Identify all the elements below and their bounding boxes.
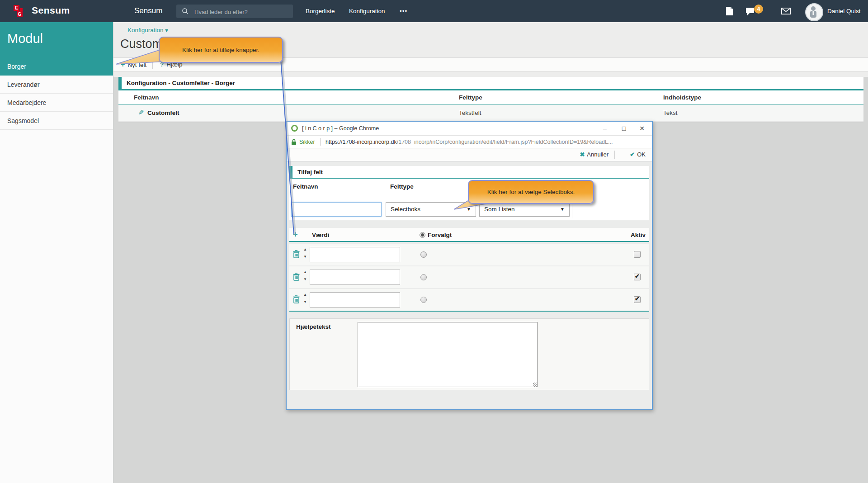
popup-url[interactable]: https://1708-incorp.incorp.dk/1708_incor…: [326, 139, 613, 145]
hjaelpetekst-label: Hjælpetekst: [296, 323, 331, 330]
url-divider: [320, 138, 321, 146]
eg-logo-e: E: [14, 5, 19, 11]
trash-icon[interactable]: [293, 250, 300, 258]
new-field-button[interactable]: +Nyt felt: [121, 58, 146, 71]
forvalgt-radio[interactable]: [420, 274, 427, 280]
incorp-logo-icon: [291, 125, 298, 132]
move-down-icon[interactable]: ▼: [302, 277, 308, 283]
module-sidebar: Modul Borger Leverandør Medarbejdere Sag…: [0, 22, 113, 483]
tooltip-choose-selectbox: Klik her for at vælge Selectboks.: [468, 180, 594, 204]
radio-icon: [420, 232, 425, 238]
felttype-select[interactable]: Selectboks▼: [386, 202, 476, 217]
forvalgt-radio[interactable]: [420, 251, 427, 258]
chat-icon[interactable]: [745, 0, 755, 22]
cell-indholdstype: Tekst: [663, 109, 678, 116]
nav-konfiguration[interactable]: Konfiguration: [349, 0, 385, 22]
aktiv-checkbox[interactable]: [634, 251, 641, 258]
person-icon: [806, 4, 821, 19]
col-feltnavn: Feltnavn: [134, 94, 159, 101]
value-input[interactable]: [310, 292, 400, 308]
secure-label: Sikker: [299, 139, 315, 145]
search-input[interactable]: [193, 5, 290, 19]
global-search[interactable]: [176, 5, 293, 18]
edit-pencil-icon[interactable]: ✎: [138, 109, 144, 117]
resize-handle[interactable]: [533, 383, 537, 387]
eg-logo-g: G: [17, 11, 23, 17]
chevron-down-icon: ▾: [165, 27, 168, 33]
minimize-button[interactable]: –: [596, 122, 614, 135]
nav-borgerliste[interactable]: Borgerliste: [306, 0, 335, 22]
move-down-icon[interactable]: ▼: [302, 255, 308, 260]
eg-logo-icon[interactable]: E G: [14, 4, 27, 18]
trash-icon[interactable]: [293, 273, 300, 281]
search-icon: [182, 8, 189, 15]
move-up-icon[interactable]: ▲: [302, 270, 308, 275]
felttype-label: Felttype: [390, 183, 414, 190]
forvalgt-radio[interactable]: [420, 297, 427, 303]
popup-window-title: [ i n C o r p ] – Google Chrome: [302, 125, 379, 132]
value-row: ▲▼: [289, 244, 649, 265]
user-name[interactable]: Daniel Quist: [827, 0, 861, 22]
mail-icon[interactable]: [781, 0, 791, 22]
add-value-button[interactable]: +: [293, 230, 298, 239]
cancel-button[interactable]: ✖Annuller: [580, 148, 609, 161]
section-header: Konfiguration - Customfelter - Borger: [118, 77, 863, 89]
ok-button[interactable]: ✔OK: [630, 148, 646, 161]
brand-name: Sensum: [32, 5, 70, 16]
sidebar-title: Modul: [0, 22, 113, 58]
values-rows: ▲▼ ▲▼: [289, 244, 649, 312]
popup-urlbar: Sikker https://1708-incorp.incorp.dk/170…: [287, 136, 652, 148]
reorder-control: ▲▼: [302, 270, 308, 284]
trash-icon[interactable]: [293, 295, 300, 303]
document-icon[interactable]: [726, 0, 733, 22]
sidebar-item-leverandor[interactable]: Leverandør: [0, 76, 113, 94]
value-input[interactable]: [310, 270, 400, 285]
move-down-icon[interactable]: ▼: [302, 300, 308, 305]
feltnavn-input[interactable]: [291, 202, 382, 217]
actionbar-divider: [614, 151, 615, 159]
popup-actionbar: ✖Annuller ✔OK: [287, 148, 652, 161]
col-indholdstype: Indholdstype: [663, 94, 701, 101]
hjaelpetekst-textarea[interactable]: [358, 322, 538, 387]
app-title: Sensum: [134, 6, 162, 15]
toolbar-divider: [152, 61, 153, 69]
reorder-control: ▲▼: [302, 247, 308, 262]
customfields-section: Konfiguration - Customfelter - Borger Fe…: [118, 77, 863, 122]
cancel-x-icon: ✖: [580, 151, 585, 158]
helptext-panel: Hjælpetekst: [289, 318, 649, 390]
popup-titlebar: [ i n C o r p ] – Google Chrome – □ ✕: [287, 122, 652, 136]
listtype-select[interactable]: Som Listen▼: [479, 202, 570, 217]
ok-check-icon: ✔: [630, 151, 635, 158]
aktiv-checkbox[interactable]: [634, 274, 641, 280]
close-button[interactable]: ✕: [633, 122, 651, 135]
eg-logo-dot: [20, 8, 23, 11]
lock-icon: [291, 139, 297, 145]
move-up-icon[interactable]: ▲: [302, 247, 308, 253]
top-navigation-bar: E G Sensum Sensum Borgerliste Konfigurat…: [0, 0, 868, 22]
values-header: + Værdi Forvalgt Aktiv: [289, 228, 649, 242]
maximize-button[interactable]: □: [615, 122, 633, 135]
sidebar-item-medarbejdere[interactable]: Medarbejdere: [0, 94, 113, 112]
chat-notification-badge: 4: [754, 5, 763, 14]
aktiv-checkbox[interactable]: [634, 296, 641, 303]
move-up-icon[interactable]: ▲: [302, 293, 308, 298]
vaerdi-label: Værdi: [312, 232, 329, 238]
table-row[interactable]: ✎ Customfelt Tekstfelt Tekst: [118, 104, 863, 122]
sidebar-item-sagsmodel[interactable]: Sagsmodel: [0, 112, 113, 130]
table-header-row: Feltnavn Felttype Indholdstype: [118, 90, 863, 104]
incorp-popup-window: [ i n C o r p ] – Google Chrome – □ ✕ Si…: [286, 121, 653, 410]
column-divider: [384, 180, 384, 218]
tooltip-add-buttons: Klik her for at tilføje knapper.: [159, 37, 283, 63]
sidebar-item-borger[interactable]: Borger: [0, 57, 113, 76]
user-avatar[interactable]: [805, 3, 823, 21]
breadcrumb[interactable]: Konfiguration▾: [127, 27, 168, 33]
section-accent-bar: [289, 166, 292, 178]
value-input[interactable]: [310, 247, 400, 262]
nav-more-menu[interactable]: •••: [400, 0, 407, 22]
cell-felttype: Tekstfelt: [459, 109, 481, 116]
reorder-control: ▲▼: [302, 293, 308, 307]
popup-section-header: Tilføj felt: [289, 166, 649, 179]
popup-section-title: Tilføj felt: [297, 169, 323, 175]
section-accent-bar: [118, 77, 122, 89]
cell-feltnavn: Customfelt: [147, 109, 179, 116]
